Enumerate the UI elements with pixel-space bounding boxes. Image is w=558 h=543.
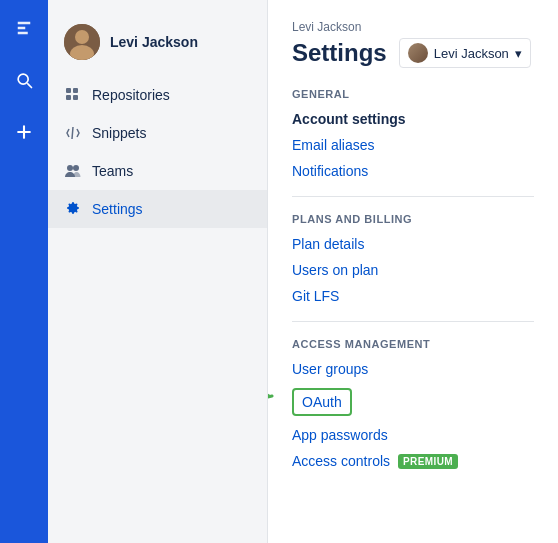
section-plans-label: PLANS AND BILLING <box>292 213 534 225</box>
link-user-groups[interactable]: User groups <box>292 356 534 382</box>
chevron-down-icon: ▾ <box>515 46 522 61</box>
context-switcher[interactable]: Levi Jackson ▾ <box>399 38 531 68</box>
app-logo[interactable] <box>8 12 40 44</box>
sidebar-item-settings[interactable]: Settings <box>48 190 267 228</box>
snippets-label: Snippets <box>92 125 146 141</box>
svg-point-8 <box>73 165 79 171</box>
link-app-passwords[interactable]: App passwords <box>292 422 534 448</box>
sidebar-user: Levi Jackson <box>48 16 267 76</box>
teams-icon <box>64 162 82 180</box>
link-oauth[interactable]: OAuth <box>292 388 352 416</box>
teams-label: Teams <box>92 163 133 179</box>
settings-icon <box>64 200 82 218</box>
sidebar-username: Levi Jackson <box>110 34 198 50</box>
svg-point-1 <box>75 30 89 44</box>
sidebar-nav: Repositories Snippets Teams <box>48 76 267 228</box>
section-general-label: GENERAL <box>292 88 534 100</box>
access-controls-row: Access controls PREMIUM <box>292 448 534 474</box>
link-git-lfs[interactable]: Git LFS <box>292 283 534 309</box>
link-notifications[interactable]: Notifications <box>292 158 534 184</box>
snippets-icon <box>64 124 82 142</box>
context-avatar <box>408 43 428 63</box>
add-icon[interactable] <box>8 116 40 148</box>
page-title: Settings <box>292 39 387 67</box>
divider-1 <box>292 196 534 197</box>
context-switcher-label: Levi Jackson <box>434 46 509 61</box>
link-account-settings[interactable]: Account settings <box>292 106 534 132</box>
svg-rect-5 <box>66 95 71 100</box>
avatar <box>64 24 100 60</box>
svg-point-7 <box>67 165 73 171</box>
main-header: Settings Levi Jackson ▾ <box>292 38 534 68</box>
main-content: Levi Jackson Settings Levi Jackson ▾ GEN… <box>268 0 558 543</box>
sidebar-item-snippets[interactable]: Snippets <box>48 114 267 152</box>
main-user-label: Levi Jackson <box>292 20 534 34</box>
sidebar-item-repositories[interactable]: Repositories <box>48 76 267 114</box>
section-access-label: ACCESS MANAGEMENT <box>292 338 534 350</box>
svg-rect-3 <box>66 88 71 93</box>
app-rail <box>0 0 48 543</box>
green-arrow-annotation <box>268 366 297 421</box>
avatar-image <box>64 24 100 60</box>
repositories-icon <box>64 86 82 104</box>
sidebar-item-teams[interactable]: Teams <box>48 152 267 190</box>
divider-2 <box>292 321 534 322</box>
premium-badge: PREMIUM <box>398 454 458 469</box>
svg-rect-4 <box>73 88 78 93</box>
repositories-label: Repositories <box>92 87 170 103</box>
link-access-controls[interactable]: Access controls <box>292 448 390 474</box>
link-users-on-plan[interactable]: Users on plan <box>292 257 534 283</box>
sidebar: Levi Jackson Repositories Snippets <box>48 0 268 543</box>
settings-label: Settings <box>92 201 143 217</box>
search-icon[interactable] <box>8 64 40 96</box>
link-email-aliases[interactable]: Email aliases <box>292 132 534 158</box>
link-plan-details[interactable]: Plan details <box>292 231 534 257</box>
oauth-container: OAuth <box>292 386 534 418</box>
svg-rect-6 <box>73 95 78 100</box>
